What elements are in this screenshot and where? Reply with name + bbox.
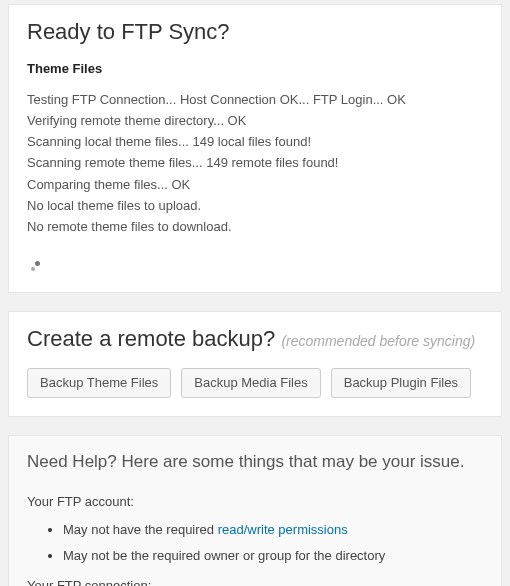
remote-backup-title-text: Create a remote backup? <box>27 326 275 351</box>
ftp-sync-log-line: No local theme files to upload. <box>27 196 483 216</box>
remote-backup-title: Create a remote backup? (recommended bef… <box>27 326 483 352</box>
backup-plugin-button[interactable]: Backup Plugin Files <box>331 368 471 398</box>
ftp-sync-log-line: Scanning remote theme files... 149 remot… <box>27 153 483 173</box>
remote-backup-panel: Create a remote backup? (recommended bef… <box>8 311 502 417</box>
ftp-sync-log-line: Comparing theme files... OK <box>27 175 483 195</box>
help-item-permissions: May not have the required read/write per… <box>63 521 483 539</box>
help-account-list: May not have the required read/write per… <box>27 521 483 565</box>
ftp-sync-log-line: Verifying remote theme directory... OK <box>27 111 483 131</box>
help-item-owner: May not be the required owner or group f… <box>63 547 483 565</box>
permissions-link[interactable]: read/write permissions <box>218 522 348 537</box>
ftp-sync-log-line: Testing FTP Connection... Host Connectio… <box>27 90 483 110</box>
ftp-sync-subheading: Theme Files <box>27 61 483 76</box>
help-title: Need Help? Here are some things that may… <box>27 452 483 472</box>
backup-button-row: Backup Theme Files Backup Media Files Ba… <box>27 368 483 398</box>
help-panel: Need Help? Here are some things that may… <box>8 435 502 586</box>
remote-backup-hint: (recommended before syncing) <box>281 333 475 349</box>
ftp-sync-log-line: Scanning local theme files... 149 local … <box>27 132 483 152</box>
loading-spinner-icon <box>31 261 41 271</box>
ftp-sync-log: Testing FTP Connection... Host Connectio… <box>27 90 483 237</box>
ftp-sync-log-line: No remote theme files to download. <box>27 217 483 237</box>
backup-theme-button[interactable]: Backup Theme Files <box>27 368 171 398</box>
ftp-sync-title: Ready to FTP Sync? <box>27 19 483 45</box>
help-item-permissions-text: May not have the required <box>63 522 218 537</box>
backup-media-button[interactable]: Backup Media Files <box>181 368 320 398</box>
loading-row <box>27 259 483 274</box>
help-account-label: Your FTP account: <box>27 494 483 509</box>
ftp-sync-panel: Ready to FTP Sync? Theme Files Testing F… <box>8 4 502 293</box>
help-connection-label: Your FTP connection: <box>27 578 483 586</box>
